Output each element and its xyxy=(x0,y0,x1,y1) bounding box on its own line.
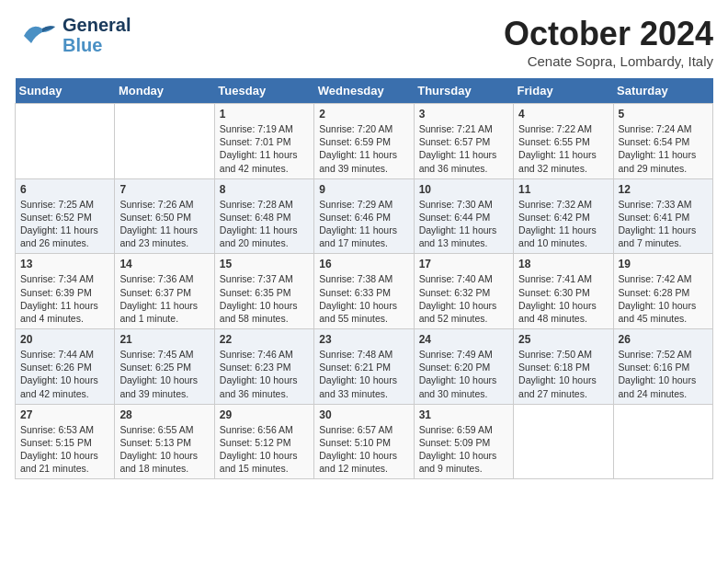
sunrise-text: Sunrise: 7:45 AM xyxy=(119,348,209,361)
daylight-text: Daylight: 11 hours and 42 minutes. xyxy=(220,148,309,174)
daylight-text: Daylight: 10 hours and 12 minutes. xyxy=(319,449,408,475)
cell-content: Sunrise: 7:52 AMSunset: 6:16 PMDaylight:… xyxy=(619,348,708,400)
cell-content: Sunrise: 7:24 AMSunset: 6:54 PMDaylight:… xyxy=(619,122,708,175)
sunset-text: Sunset: 6:44 PM xyxy=(419,211,508,224)
title-block: October 2024 Cenate Sopra, Lombardy, Ita… xyxy=(504,15,713,69)
cell-content: Sunrise: 7:20 AMSunset: 6:59 PMDaylight:… xyxy=(319,122,408,175)
day-number: 12 xyxy=(619,183,708,196)
daylight-text: Daylight: 11 hours and 23 minutes. xyxy=(119,224,209,249)
daylight-text: Daylight: 10 hours and 18 minutes. xyxy=(119,449,209,475)
calendar-cell: 12Sunrise: 7:33 AMSunset: 6:41 PMDayligh… xyxy=(613,178,712,254)
day-number: 13 xyxy=(20,258,109,270)
cell-content: Sunrise: 7:42 AMSunset: 6:28 PMDaylight:… xyxy=(619,272,708,325)
cell-content: Sunrise: 7:46 AMSunset: 6:23 PMDaylight:… xyxy=(220,348,309,400)
daylight-text: Daylight: 10 hours and 42 minutes. xyxy=(20,373,109,399)
calendar-cell: 30Sunrise: 6:57 AMSunset: 5:10 PMDayligh… xyxy=(314,404,414,479)
daylight-text: Daylight: 10 hours and 58 minutes. xyxy=(220,299,309,325)
day-number: 8 xyxy=(220,183,309,196)
header-tuesday: Tuesday xyxy=(214,78,313,104)
sunrise-text: Sunrise: 7:25 AM xyxy=(20,198,109,211)
cell-content: Sunrise: 6:57 AMSunset: 5:10 PMDaylight:… xyxy=(319,423,408,476)
day-number: 7 xyxy=(119,183,209,196)
sunset-text: Sunset: 6:26 PM xyxy=(20,361,109,373)
daylight-text: Daylight: 10 hours and 15 minutes. xyxy=(220,449,309,475)
calendar-week-5: 27Sunrise: 6:53 AMSunset: 5:15 PMDayligh… xyxy=(16,404,713,479)
calendar-cell: 26Sunrise: 7:52 AMSunset: 6:16 PMDayligh… xyxy=(613,329,712,405)
daylight-text: Daylight: 11 hours and 7 minutes. xyxy=(619,224,708,249)
sunrise-text: Sunrise: 7:30 AM xyxy=(419,198,508,211)
calendar-cell: 5Sunrise: 7:24 AMSunset: 6:54 PMDaylight… xyxy=(613,104,712,179)
day-number: 28 xyxy=(119,408,209,421)
daylight-text: Daylight: 10 hours and 33 minutes. xyxy=(319,373,408,399)
daylight-text: Daylight: 11 hours and 17 minutes. xyxy=(319,224,408,249)
day-number: 10 xyxy=(419,183,508,196)
day-number: 16 xyxy=(319,258,408,270)
cell-content: Sunrise: 7:45 AMSunset: 6:25 PMDaylight:… xyxy=(119,348,209,400)
calendar-cell: 15Sunrise: 7:37 AMSunset: 6:35 PMDayligh… xyxy=(214,254,313,329)
calendar-header-row: SundayMondayTuesdayWednesdayThursdayFrid… xyxy=(16,78,713,104)
day-number: 19 xyxy=(619,258,708,270)
calendar-week-1: 1Sunrise: 7:19 AMSunset: 7:01 PMDaylight… xyxy=(16,104,713,179)
location-subtitle: Cenate Sopra, Lombardy, Italy xyxy=(504,53,713,69)
sunset-text: Sunset: 6:18 PM xyxy=(518,361,608,373)
day-number: 2 xyxy=(319,108,408,121)
cell-content: Sunrise: 7:37 AMSunset: 6:35 PMDaylight:… xyxy=(220,272,309,325)
sunrise-text: Sunrise: 7:26 AM xyxy=(119,198,209,211)
sunrise-text: Sunrise: 7:32 AM xyxy=(518,198,608,211)
calendar-cell: 3Sunrise: 7:21 AMSunset: 6:57 PMDaylight… xyxy=(414,104,513,179)
day-number: 31 xyxy=(419,408,508,421)
daylight-text: Daylight: 10 hours and 52 minutes. xyxy=(419,299,508,325)
calendar-cell xyxy=(16,104,115,179)
cell-content: Sunrise: 7:32 AMSunset: 6:42 PMDaylight:… xyxy=(518,198,608,250)
daylight-text: Daylight: 11 hours and 13 minutes. xyxy=(419,224,508,249)
sunset-text: Sunset: 6:30 PM xyxy=(518,286,608,299)
day-number: 14 xyxy=(119,258,209,270)
sunset-text: Sunset: 6:28 PM xyxy=(619,286,708,299)
sunrise-text: Sunrise: 6:57 AM xyxy=(319,423,408,436)
day-number: 4 xyxy=(518,108,608,121)
sunrise-text: Sunrise: 7:34 AM xyxy=(20,272,109,285)
daylight-text: Daylight: 10 hours and 48 minutes. xyxy=(518,299,608,325)
calendar-cell: 18Sunrise: 7:41 AMSunset: 6:30 PMDayligh… xyxy=(514,254,613,329)
sunset-text: Sunset: 6:33 PM xyxy=(319,286,408,299)
sunrise-text: Sunrise: 7:20 AM xyxy=(319,122,408,135)
calendar-cell: 10Sunrise: 7:30 AMSunset: 6:44 PMDayligh… xyxy=(414,178,513,254)
calendar-cell xyxy=(514,404,613,479)
header-monday: Monday xyxy=(115,78,214,104)
sunrise-text: Sunrise: 7:36 AM xyxy=(119,272,209,285)
sunrise-text: Sunrise: 7:29 AM xyxy=(319,198,408,211)
calendar-cell: 25Sunrise: 7:50 AMSunset: 6:18 PMDayligh… xyxy=(514,329,613,405)
sunset-text: Sunset: 5:15 PM xyxy=(20,436,109,449)
calendar-cell: 20Sunrise: 7:44 AMSunset: 6:26 PMDayligh… xyxy=(16,329,115,405)
calendar-cell: 9Sunrise: 7:29 AMSunset: 6:46 PMDaylight… xyxy=(314,178,414,254)
header-thursday: Thursday xyxy=(414,78,513,104)
calendar-table: SundayMondayTuesdayWednesdayThursdayFrid… xyxy=(15,78,713,479)
day-number: 20 xyxy=(20,333,109,346)
sunrise-text: Sunrise: 7:50 AM xyxy=(518,348,608,361)
sunset-text: Sunset: 5:12 PM xyxy=(220,436,309,449)
sunrise-text: Sunrise: 7:40 AM xyxy=(419,272,508,285)
cell-content: Sunrise: 7:21 AMSunset: 6:57 PMDaylight:… xyxy=(419,122,508,175)
cell-content: Sunrise: 7:41 AMSunset: 6:30 PMDaylight:… xyxy=(518,272,608,325)
sunset-text: Sunset: 6:50 PM xyxy=(119,211,209,224)
cell-content: Sunrise: 7:33 AMSunset: 6:41 PMDaylight:… xyxy=(619,198,708,250)
cell-content: Sunrise: 7:30 AMSunset: 6:44 PMDaylight:… xyxy=(419,198,508,250)
sunset-text: Sunset: 6:39 PM xyxy=(20,286,109,299)
day-number: 24 xyxy=(419,333,508,346)
calendar-cell: 22Sunrise: 7:46 AMSunset: 6:23 PMDayligh… xyxy=(214,329,313,405)
sunset-text: Sunset: 6:23 PM xyxy=(220,361,309,373)
day-number: 29 xyxy=(220,408,309,421)
logo-general: General xyxy=(63,15,131,35)
sunrise-text: Sunrise: 7:33 AM xyxy=(619,198,708,211)
calendar-cell: 17Sunrise: 7:40 AMSunset: 6:32 PMDayligh… xyxy=(414,254,513,329)
calendar-cell: 13Sunrise: 7:34 AMSunset: 6:39 PMDayligh… xyxy=(16,254,115,329)
day-number: 18 xyxy=(518,258,608,270)
day-number: 17 xyxy=(419,258,508,270)
daylight-text: Daylight: 10 hours and 45 minutes. xyxy=(619,299,708,325)
sunset-text: Sunset: 6:59 PM xyxy=(319,135,408,148)
header-sunday: Sunday xyxy=(16,78,115,104)
cell-content: Sunrise: 7:40 AMSunset: 6:32 PMDaylight:… xyxy=(419,272,508,325)
cell-content: Sunrise: 7:48 AMSunset: 6:21 PMDaylight:… xyxy=(319,348,408,400)
calendar-week-3: 13Sunrise: 7:34 AMSunset: 6:39 PMDayligh… xyxy=(16,254,713,329)
day-number: 6 xyxy=(20,183,109,196)
